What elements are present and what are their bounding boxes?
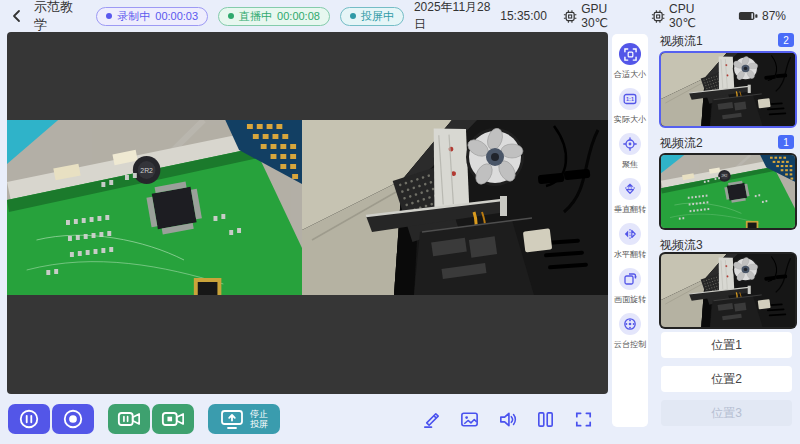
tool-label: 水平翻转 <box>614 249 646 261</box>
quick-tools <box>421 409 612 430</box>
gpu-chip-icon <box>563 9 577 24</box>
live-label: 直播中 <box>239 9 272 24</box>
view-toolbar: 合适大小 1:1 实际大小 聚焦 垂直翻转 <box>612 34 648 427</box>
tool-fit-size[interactable]: 合适大小 <box>612 43 648 81</box>
pause-live-button[interactable] <box>108 404 150 434</box>
cpu-chip-icon <box>651 9 665 24</box>
stream-1-thumbnail[interactable] <box>659 51 797 128</box>
battery-status: 87% <box>738 9 786 23</box>
camera-stop-icon <box>161 409 185 429</box>
fullscreen-icon[interactable] <box>573 409 594 430</box>
pause-circle-icon <box>18 408 40 430</box>
live-timer: 00:00:08 <box>277 10 320 22</box>
system-status-area: 2025年11月28日 15:35:00 GPU 30℃ CPU 30℃ <box>414 0 786 33</box>
casting-status-badge: 投屏中 <box>340 7 404 26</box>
time-text: 15:35:00 <box>500 9 547 23</box>
tool-focus[interactable]: 聚焦 <box>619 133 641 171</box>
volume-icon[interactable] <box>497 409 518 430</box>
recording-label: 录制中 <box>117 9 150 24</box>
rotate-icon <box>619 268 641 290</box>
actual-size-icon: 1:1 <box>619 88 641 110</box>
cast-screen-icon <box>220 408 244 430</box>
datetime: 2025年11月28日 15:35:00 <box>414 0 547 33</box>
ptz-control-icon <box>619 313 641 335</box>
tool-flip-horizontal[interactable]: 水平翻转 <box>612 223 648 261</box>
stream-1-count-badge: 2 <box>778 33 794 47</box>
flip-vertical-icon <box>619 178 641 200</box>
position-2-button[interactable]: 位置2 <box>661 366 792 392</box>
page-title: 示范教学 <box>34 0 84 34</box>
battery-icon <box>738 10 758 22</box>
video-strip <box>7 120 608 295</box>
stream-1-label: 视频流1 <box>660 33 703 50</box>
position-3-button: 位置3 <box>661 400 792 426</box>
tool-rotate[interactable]: 画面旋转 <box>612 268 648 306</box>
svg-text:1:1: 1:1 <box>626 96 634 102</box>
tool-label: 垂直翻转 <box>614 204 646 216</box>
recording-status-badge: 录制中 00:00:03 <box>96 7 208 26</box>
gpu-status: GPU 30℃ <box>563 2 635 30</box>
back-chevron-icon <box>10 9 24 23</box>
tool-label: 实际大小 <box>614 114 646 126</box>
tool-label: 云台控制 <box>614 339 646 351</box>
tool-ptz-control[interactable]: 云台控制 <box>612 313 648 351</box>
stream-2-thumbnail[interactable] <box>659 153 797 230</box>
camera-pause-icon <box>117 409 141 429</box>
stop-cast-label: 停止 投屏 <box>250 409 268 429</box>
snapshot-image-icon[interactable] <box>459 409 480 430</box>
top-bar: 示范教学 录制中 00:00:03 直播中 00:00:08 投屏中 2025年… <box>0 0 800 32</box>
back-button[interactable] <box>10 9 24 23</box>
main-video-canvas[interactable] <box>7 32 608 394</box>
date-text: 2025年11月28日 <box>414 0 496 33</box>
tool-flip-vertical[interactable]: 垂直翻转 <box>612 178 648 216</box>
tool-actual-size[interactable]: 1:1 实际大小 <box>612 88 648 126</box>
bottom-control-bar: 停止 投屏 <box>0 394 612 444</box>
cpu-temp-text: CPU 30℃ <box>669 2 722 30</box>
stream-2-count-badge: 1 <box>778 135 794 149</box>
split-pause-icon[interactable] <box>535 409 556 430</box>
stream-2-label: 视频流2 <box>660 135 703 152</box>
record-circle-icon <box>62 408 84 430</box>
live-status-badge: 直播中 00:00:08 <box>218 7 330 26</box>
casting-dot-icon <box>350 13 356 19</box>
stop-cast-button[interactable]: 停止 投屏 <box>208 404 280 434</box>
recording-timer: 00:00:03 <box>155 10 198 22</box>
stop-live-button[interactable] <box>152 404 194 434</box>
stream-3-thumbnail[interactable] <box>659 252 797 329</box>
recording-dot-icon <box>106 13 112 19</box>
position-1-button[interactable]: 位置1 <box>661 332 792 358</box>
stream-panel: 视频流1 2 视频流2 1 视频流3 位置1 位置2 位置3 <box>656 32 800 444</box>
stop-cast-line1: 停止 <box>250 409 268 419</box>
battery-percent-text: 87% <box>762 9 786 23</box>
flip-horizontal-icon <box>619 223 641 245</box>
main-video-pcb[interactable] <box>7 120 302 295</box>
tool-label: 合适大小 <box>614 69 646 81</box>
live-dot-icon <box>228 13 234 19</box>
stop-record-button[interactable] <box>52 404 94 434</box>
casting-label: 投屏中 <box>361 9 394 24</box>
pause-record-button[interactable] <box>8 404 50 434</box>
tool-label: 聚焦 <box>622 159 638 171</box>
stop-cast-line2: 投屏 <box>250 419 268 429</box>
fit-size-icon <box>619 43 641 65</box>
focus-icon <box>619 133 641 155</box>
gpu-temp-text: GPU 30℃ <box>581 2 635 30</box>
tool-label: 画面旋转 <box>614 294 646 306</box>
annotate-pen-icon[interactable] <box>421 409 442 430</box>
cpu-status: CPU 30℃ <box>651 2 722 30</box>
main-video-case[interactable] <box>302 120 608 295</box>
